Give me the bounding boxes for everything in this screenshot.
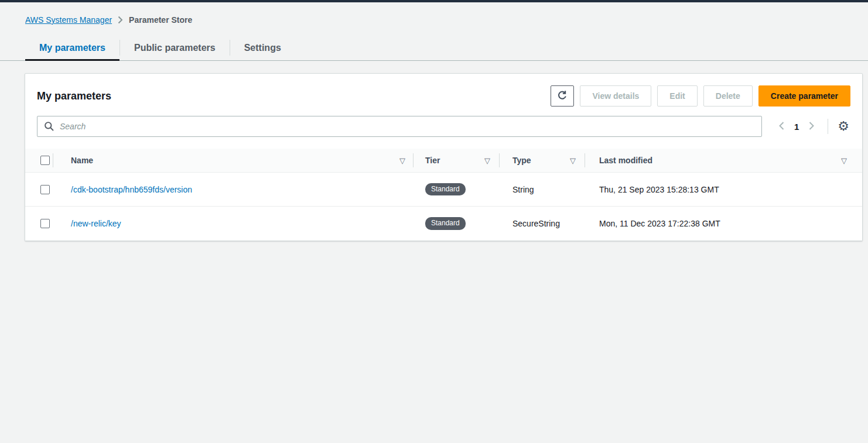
next-page-button[interactable] [805, 119, 818, 135]
tab-settings[interactable]: Settings [230, 37, 295, 61]
column-filter-icon[interactable]: ▽ [484, 156, 490, 165]
breadcrumb-current: Parameter Store [129, 15, 192, 25]
panel-actions: View details Edit Delete Create paramete… [551, 85, 850, 107]
parameter-type: String [500, 185, 585, 194]
view-details-button[interactable]: View details [580, 85, 651, 107]
row-checkbox[interactable] [40, 185, 50, 194]
column-filter-icon[interactable]: ▽ [570, 156, 576, 165]
select-all-checkbox[interactable] [40, 156, 50, 165]
column-header-name: Name [71, 156, 93, 165]
edit-button[interactable]: Edit [657, 85, 697, 107]
table-row: /new-relic/key Standard SecureString Mon… [25, 207, 862, 241]
pagination: 1 ⚙ [775, 119, 850, 135]
search-icon [44, 121, 54, 133]
gear-icon: ⚙ [838, 119, 849, 133]
previous-page-button[interactable] [775, 119, 788, 135]
my-parameters-panel: My parameters View details Edit Delete C… [25, 73, 863, 241]
column-filter-icon[interactable]: ▽ [399, 156, 405, 165]
toolbar-divider [828, 119, 828, 134]
column-header-tier: Tier [425, 156, 440, 165]
chevron-left-icon [778, 121, 785, 132]
column-header-type: Type [512, 156, 531, 165]
table-row: /cdk-bootstrap/hnb659fds/version Standar… [25, 173, 862, 207]
preferences-button[interactable]: ⚙ [836, 119, 850, 134]
parameter-name-link[interactable]: /new-relic/key [71, 219, 121, 228]
breadcrumb: AWS Systems Manager Parameter Store [0, 2, 868, 25]
chevron-right-icon [118, 16, 123, 24]
table-header-row: Name ▽ Tier ▽ Type ▽ [25, 149, 862, 173]
tier-badge: Standard [425, 217, 466, 230]
parameter-name-link[interactable]: /cdk-bootstrap/hnb659fds/version [71, 185, 192, 194]
parameters-table: Name ▽ Tier ▽ Type ▽ [25, 149, 862, 241]
tab-my-parameters[interactable]: My parameters [25, 37, 119, 61]
delete-button[interactable]: Delete [703, 85, 753, 107]
tab-bar: My parameters Public parameters Settings [0, 37, 868, 61]
search-box [37, 116, 762, 137]
last-modified-date: Thu, 21 Sep 2023 15:28:13 GMT [585, 185, 862, 194]
tier-badge: Standard [425, 183, 466, 196]
table-toolbar: 1 ⚙ [25, 107, 862, 137]
refresh-button[interactable] [551, 85, 574, 107]
row-checkbox[interactable] [40, 219, 50, 228]
panel-title: My parameters [37, 90, 111, 102]
chevron-right-icon [808, 121, 815, 132]
tab-public-parameters[interactable]: Public parameters [120, 37, 230, 61]
search-input[interactable] [37, 116, 762, 137]
breadcrumb-link-systems-manager[interactable]: AWS Systems Manager [25, 15, 112, 25]
refresh-icon [557, 90, 568, 102]
column-header-last-modified: Last modified [599, 156, 652, 165]
parameter-type: SecureString [500, 219, 585, 228]
last-modified-date: Mon, 11 Dec 2023 17:22:38 GMT [585, 219, 862, 228]
create-parameter-button[interactable]: Create parameter [758, 85, 850, 107]
current-page-number[interactable]: 1 [788, 122, 805, 132]
column-filter-icon[interactable]: ▽ [841, 156, 847, 165]
